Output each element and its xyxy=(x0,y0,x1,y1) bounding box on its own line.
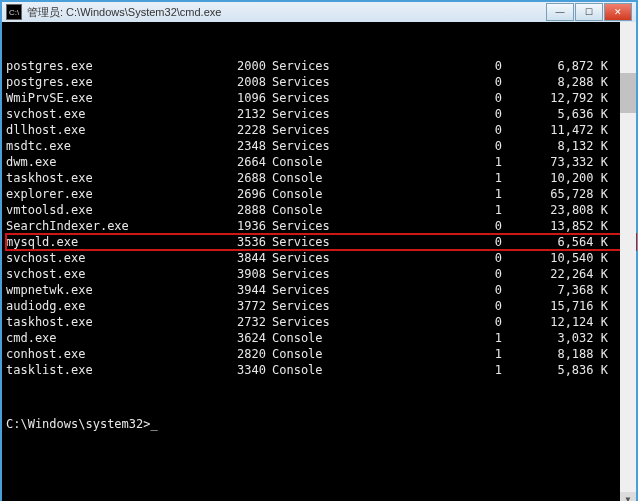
proc-memory: 7,368 K xyxy=(502,282,618,298)
window-title: 管理员: C:\Windows\System32\cmd.exe xyxy=(27,5,545,20)
proc-pid: 3908 xyxy=(221,266,266,282)
proc-memory: 5,836 K xyxy=(502,362,618,378)
proc-name: wmpnetwk.exe xyxy=(6,282,221,298)
proc-name: tasklist.exe xyxy=(6,362,221,378)
proc-memory: 3,032 K xyxy=(502,330,618,346)
proc-memory: 11,472 K xyxy=(502,122,618,138)
process-row: postgres.exe2000Services06,872 K xyxy=(6,58,636,74)
minimize-button[interactable] xyxy=(546,3,574,21)
proc-session-num: 1 xyxy=(362,170,502,186)
process-row: vmtoolsd.exe2888Console123,808 K xyxy=(6,202,636,218)
proc-name: vmtoolsd.exe xyxy=(6,202,221,218)
proc-session-num: 1 xyxy=(362,154,502,170)
proc-name: cmd.exe xyxy=(6,330,221,346)
process-row: SearchIndexer.exe1936Services013,852 K xyxy=(6,218,636,234)
proc-session: Services xyxy=(266,58,362,74)
proc-session-num: 0 xyxy=(362,138,502,154)
proc-session-num: 0 xyxy=(362,74,502,90)
proc-name: dllhost.exe xyxy=(6,122,221,138)
console-output[interactable]: postgres.exe2000Services06,872 Kpostgres… xyxy=(2,22,636,501)
process-row: explorer.exe2696Console165,728 K xyxy=(6,186,636,202)
proc-session: Services xyxy=(266,138,362,154)
proc-session: Services xyxy=(266,266,362,282)
maximize-button[interactable] xyxy=(575,3,603,21)
process-row: dllhost.exe2228Services011,472 K xyxy=(6,122,636,138)
proc-pid: 3340 xyxy=(221,362,266,378)
close-button[interactable] xyxy=(604,3,632,21)
proc-session-num: 0 xyxy=(362,250,502,266)
proc-session-num: 1 xyxy=(362,362,502,378)
proc-session-num: 0 xyxy=(362,58,502,74)
proc-session-num: 1 xyxy=(362,202,502,218)
proc-memory: 8,132 K xyxy=(502,138,618,154)
proc-name: conhost.exe xyxy=(6,346,221,362)
proc-memory: 6,564 K xyxy=(502,234,618,250)
proc-memory: 10,200 K xyxy=(502,170,618,186)
proc-name: mysqld.exe xyxy=(6,234,221,250)
process-row: cmd.exe3624Console13,032 K xyxy=(6,330,636,346)
proc-pid: 2348 xyxy=(221,138,266,154)
process-row: dwm.exe2664Console173,332 K xyxy=(6,154,636,170)
proc-session: Services xyxy=(266,282,362,298)
proc-session-num: 0 xyxy=(362,314,502,330)
proc-pid: 2688 xyxy=(221,170,266,186)
proc-session: Console xyxy=(266,362,362,378)
process-row: wmpnetwk.exe3944Services07,368 K xyxy=(6,282,636,298)
prompt: C:\Windows\system32> xyxy=(6,417,151,431)
scroll-thumb[interactable] xyxy=(620,73,636,113)
proc-name: postgres.exe xyxy=(6,58,221,74)
process-row: taskhost.exe2732Services012,124 K xyxy=(6,314,636,330)
proc-memory: 12,792 K xyxy=(502,90,618,106)
titlebar[interactable]: C:\ 管理员: C:\Windows\System32\cmd.exe xyxy=(2,2,636,22)
process-row: taskhost.exe2688Console110,200 K xyxy=(6,170,636,186)
proc-name: svchost.exe xyxy=(6,250,221,266)
proc-name: taskhost.exe xyxy=(6,314,221,330)
proc-session: Services xyxy=(266,122,362,138)
cmd-icon: C:\ xyxy=(6,4,22,20)
proc-pid: 1936 xyxy=(221,218,266,234)
proc-pid: 2732 xyxy=(221,314,266,330)
prompt-line: C:\Windows\system32>_ xyxy=(6,410,636,432)
proc-pid: 2000 xyxy=(221,58,266,74)
proc-pid: 2888 xyxy=(221,202,266,218)
scrollbar[interactable]: ▲ ▼ xyxy=(620,22,636,501)
proc-session: Console xyxy=(266,346,362,362)
proc-session: Console xyxy=(266,202,362,218)
proc-pid: 3844 xyxy=(221,250,266,266)
proc-pid: 3624 xyxy=(221,330,266,346)
proc-session-num: 0 xyxy=(362,122,502,138)
proc-memory: 5,636 K xyxy=(502,106,618,122)
proc-memory: 10,540 K xyxy=(502,250,618,266)
cursor: _ xyxy=(151,417,158,431)
proc-pid: 2132 xyxy=(221,106,266,122)
proc-session-num: 1 xyxy=(362,186,502,202)
proc-session: Console xyxy=(266,170,362,186)
proc-session-num: 0 xyxy=(362,218,502,234)
process-row: WmiPrvSE.exe1096Services012,792 K xyxy=(6,90,636,106)
proc-name: msdtc.exe xyxy=(6,138,221,154)
scroll-down-icon[interactable]: ▼ xyxy=(620,492,636,501)
window-controls xyxy=(545,3,632,21)
proc-name: taskhost.exe xyxy=(6,170,221,186)
process-row: postgres.exe2008Services08,288 K xyxy=(6,74,636,90)
process-row: svchost.exe3844Services010,540 K xyxy=(6,250,636,266)
proc-name: svchost.exe xyxy=(6,106,221,122)
proc-memory: 12,124 K xyxy=(502,314,618,330)
proc-memory: 23,808 K xyxy=(502,202,618,218)
proc-session: Services xyxy=(266,106,362,122)
proc-pid: 2696 xyxy=(221,186,266,202)
process-row: tasklist.exe3340Console15,836 K xyxy=(6,362,636,378)
scroll-track[interactable] xyxy=(620,38,636,492)
process-row: msdtc.exe2348Services08,132 K xyxy=(6,138,636,154)
proc-session: Services xyxy=(266,314,362,330)
proc-memory: 15,716 K xyxy=(502,298,618,314)
process-row: svchost.exe3908Services022,264 K xyxy=(6,266,636,282)
proc-name: postgres.exe xyxy=(6,74,221,90)
proc-session: Console xyxy=(266,330,362,346)
process-row: audiodg.exe3772Services015,716 K xyxy=(6,298,636,314)
proc-pid: 3944 xyxy=(221,282,266,298)
proc-memory: 22,264 K xyxy=(502,266,618,282)
proc-session-num: 0 xyxy=(362,282,502,298)
proc-name: dwm.exe xyxy=(6,154,221,170)
proc-pid: 1096 xyxy=(221,90,266,106)
